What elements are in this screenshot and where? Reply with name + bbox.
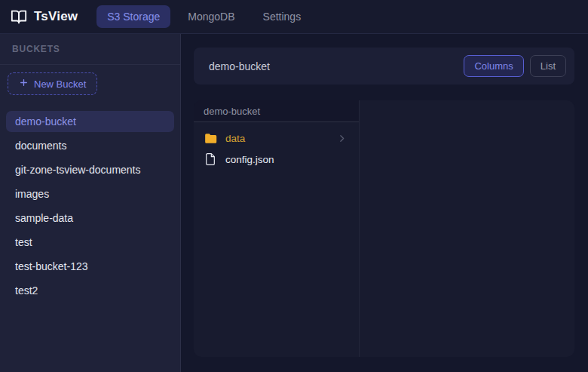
column-items: data [194, 122, 359, 175]
tab-mongodb[interactable]: MongoDB [177, 5, 245, 28]
bucket-item-documents[interactable]: documents [6, 135, 174, 156]
bucket-item-test[interactable]: test [6, 232, 174, 253]
bucket-header-bar: demo-bucket Columns List [194, 48, 574, 85]
app-logo: TsView [11, 8, 78, 25]
folder-icon [204, 133, 217, 144]
file-icon [204, 153, 217, 165]
object-browser-panel: demo-bucket data [194, 100, 574, 357]
entry-name: data [225, 133, 329, 144]
tab-s3-storage[interactable]: S3 Storage [96, 5, 170, 28]
browser-column-demo-bucket: demo-bucket data [194, 100, 360, 357]
chevron-right-icon [337, 134, 347, 143]
view-columns-button[interactable]: Columns [464, 55, 523, 77]
view-list-button[interactable]: List [530, 55, 566, 77]
topbar: TsView S3 Storage MongoDB Settings [0, 0, 588, 34]
bucket-item-test-bucket-123[interactable]: test-bucket-123 [6, 256, 174, 277]
bucket-item-sample-data[interactable]: sample-data [6, 208, 174, 229]
bucket-item-images[interactable]: images [6, 183, 174, 204]
entry-name: config.json [225, 154, 347, 165]
bucket-item-test2[interactable]: test2 [6, 280, 174, 301]
page-body: BUCKETS New Bucket demo-bucket documents… [0, 34, 588, 372]
view-toggle: Columns List [464, 55, 566, 77]
buckets-section-title: BUCKETS [12, 44, 60, 54]
bucket-list: demo-bucket documents git-zone-tsview-do… [0, 103, 180, 310]
new-bucket-label: New Bucket [34, 78, 86, 90]
bucket-item-git-zone-tsview-documents[interactable]: git-zone-tsview-documents [6, 159, 174, 180]
sidebar-section-header: BUCKETS [0, 34, 180, 65]
main-content: demo-bucket Columns List demo-bucket d [181, 34, 588, 372]
tab-settings[interactable]: Settings [253, 5, 312, 28]
new-bucket-wrap: New Bucket [0, 65, 180, 103]
column-header: demo-bucket [194, 100, 359, 122]
book-open-icon [11, 8, 27, 25]
entry-row-config-json[interactable]: config.json [198, 149, 354, 170]
bucket-item-demo-bucket[interactable]: demo-bucket [6, 111, 174, 132]
new-bucket-button[interactable]: New Bucket [8, 72, 97, 95]
entry-row-data[interactable]: data [198, 128, 354, 149]
main-nav: S3 Storage MongoDB Settings [96, 5, 311, 28]
app-title: TsView [34, 9, 78, 24]
current-bucket-title: demo-bucket [209, 60, 270, 72]
buckets-sidebar: BUCKETS New Bucket demo-bucket documents… [0, 34, 181, 372]
plus-icon [19, 78, 29, 90]
